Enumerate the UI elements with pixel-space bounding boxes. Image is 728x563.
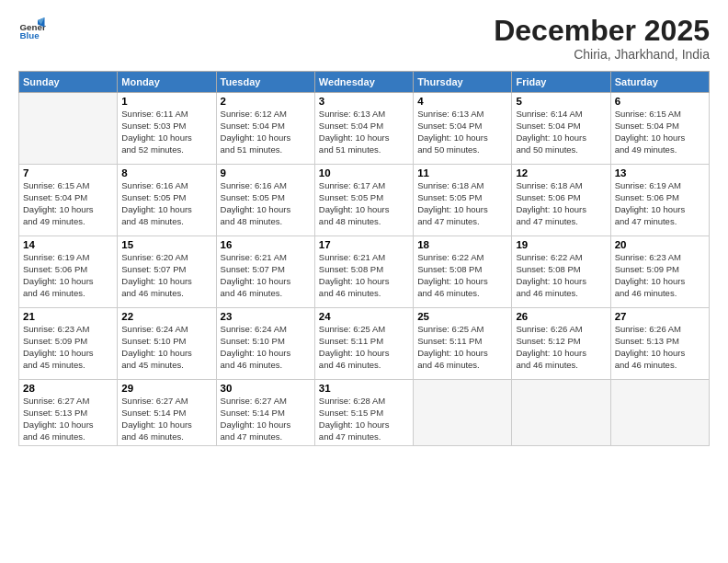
calendar-cell: 8Sunrise: 6:16 AM Sunset: 5:05 PM Daylig… [118,165,216,236]
calendar-cell: 10Sunrise: 6:17 AM Sunset: 5:05 PM Dayli… [314,165,413,236]
day-header-sunday: Sunday [19,72,118,93]
day-info: Sunrise: 6:19 AM Sunset: 5:06 PM Dayligh… [23,252,113,299]
calendar-table: SundayMondayTuesdayWednesdayThursdayFrid… [18,71,710,446]
day-info: Sunrise: 6:18 AM Sunset: 5:05 PM Dayligh… [417,180,507,227]
calendar-cell: 30Sunrise: 6:27 AM Sunset: 5:14 PM Dayli… [216,380,314,446]
day-number: 24 [319,311,409,322]
day-number: 16 [221,239,311,250]
day-info: Sunrise: 6:28 AM Sunset: 5:15 PM Dayligh… [319,396,409,442]
day-info: Sunrise: 6:24 AM Sunset: 5:10 PM Dayligh… [121,324,211,371]
day-info: Sunrise: 6:14 AM Sunset: 5:04 PM Dayligh… [516,109,606,155]
day-info: Sunrise: 6:27 AM Sunset: 5:14 PM Dayligh… [221,396,311,442]
day-number: 17 [319,239,409,250]
day-info: Sunrise: 6:17 AM Sunset: 5:05 PM Dayligh… [319,180,409,227]
calendar-cell: 16Sunrise: 6:21 AM Sunset: 5:07 PM Dayli… [216,236,314,308]
day-number: 5 [516,96,606,107]
calendar-cell: 18Sunrise: 6:22 AM Sunset: 5:08 PM Dayli… [414,236,512,308]
day-number: 29 [121,383,211,394]
calendar-cell: 11Sunrise: 6:18 AM Sunset: 5:05 PM Dayli… [414,165,512,236]
calendar-cell: 13Sunrise: 6:19 AM Sunset: 5:06 PM Dayli… [610,165,709,236]
week-row-3: 14Sunrise: 6:19 AM Sunset: 5:06 PM Dayli… [19,236,710,308]
day-number: 10 [319,167,409,178]
day-number: 1 [121,96,211,107]
week-row-2: 7Sunrise: 6:15 AM Sunset: 5:04 PM Daylig… [19,165,710,236]
day-info: Sunrise: 6:27 AM Sunset: 5:13 PM Dayligh… [23,396,113,442]
day-number: 18 [417,239,507,250]
day-number: 25 [417,311,507,322]
day-info: Sunrise: 6:21 AM Sunset: 5:08 PM Dayligh… [319,252,409,299]
calendar-cell [610,380,709,446]
calendar-cell [19,93,118,165]
calendar-cell [414,380,512,446]
day-number: 30 [221,383,311,394]
calendar-cell [512,380,610,446]
calendar-cell: 22Sunrise: 6:24 AM Sunset: 5:10 PM Dayli… [118,308,216,380]
day-number: 15 [121,239,211,250]
calendar-cell: 28Sunrise: 6:27 AM Sunset: 5:13 PM Dayli… [19,380,118,446]
calendar-cell: 26Sunrise: 6:26 AM Sunset: 5:12 PM Dayli… [512,308,610,380]
day-info: Sunrise: 6:27 AM Sunset: 5:14 PM Dayligh… [121,396,211,442]
calendar-cell: 29Sunrise: 6:27 AM Sunset: 5:14 PM Dayli… [118,380,216,446]
logo-icon: General Blue [18,15,46,42]
title-block: December 2025 Chiria, Jharkhand, India [494,15,710,62]
day-number: 11 [417,167,507,178]
calendar-cell: 15Sunrise: 6:20 AM Sunset: 5:07 PM Dayli… [118,236,216,308]
month-title: December 2025 [494,15,710,47]
day-header-wednesday: Wednesday [314,72,413,93]
calendar-cell: 2Sunrise: 6:12 AM Sunset: 5:04 PM Daylig… [216,93,314,165]
day-info: Sunrise: 6:15 AM Sunset: 5:04 PM Dayligh… [615,109,705,155]
calendar-cell: 20Sunrise: 6:23 AM Sunset: 5:09 PM Dayli… [610,236,709,308]
logo: General Blue [18,15,50,42]
calendar-cell: 6Sunrise: 6:15 AM Sunset: 5:04 PM Daylig… [610,93,709,165]
day-header-monday: Monday [118,72,216,93]
week-row-4: 21Sunrise: 6:23 AM Sunset: 5:09 PM Dayli… [19,308,710,380]
day-number: 9 [221,167,311,178]
day-info: Sunrise: 6:13 AM Sunset: 5:04 PM Dayligh… [417,109,507,155]
day-info: Sunrise: 6:22 AM Sunset: 5:08 PM Dayligh… [516,252,606,299]
calendar-cell: 23Sunrise: 6:24 AM Sunset: 5:10 PM Dayli… [216,308,314,380]
day-header-saturday: Saturday [610,72,709,93]
day-number: 4 [417,96,507,107]
calendar-cell: 4Sunrise: 6:13 AM Sunset: 5:04 PM Daylig… [414,93,512,165]
day-info: Sunrise: 6:11 AM Sunset: 5:03 PM Dayligh… [121,109,211,155]
day-info: Sunrise: 6:21 AM Sunset: 5:07 PM Dayligh… [221,252,311,299]
calendar-cell: 21Sunrise: 6:23 AM Sunset: 5:09 PM Dayli… [19,308,118,380]
day-header-friday: Friday [512,72,610,93]
calendar-cell: 12Sunrise: 6:18 AM Sunset: 5:06 PM Dayli… [512,165,610,236]
day-number: 2 [221,96,311,107]
day-info: Sunrise: 6:22 AM Sunset: 5:08 PM Dayligh… [417,252,507,299]
day-number: 21 [23,311,113,322]
day-info: Sunrise: 6:23 AM Sunset: 5:09 PM Dayligh… [23,324,113,371]
location-subtitle: Chiria, Jharkhand, India [494,47,710,62]
day-number: 20 [615,239,705,250]
calendar-cell: 24Sunrise: 6:25 AM Sunset: 5:11 PM Dayli… [314,308,413,380]
calendar-cell: 19Sunrise: 6:22 AM Sunset: 5:08 PM Dayli… [512,236,610,308]
day-info: Sunrise: 6:25 AM Sunset: 5:11 PM Dayligh… [319,324,409,371]
day-info: Sunrise: 6:23 AM Sunset: 5:09 PM Dayligh… [615,252,705,299]
day-info: Sunrise: 6:16 AM Sunset: 5:05 PM Dayligh… [221,180,311,227]
calendar-cell: 25Sunrise: 6:25 AM Sunset: 5:11 PM Dayli… [414,308,512,380]
calendar-cell: 27Sunrise: 6:26 AM Sunset: 5:13 PM Dayli… [610,308,709,380]
day-number: 22 [121,311,211,322]
day-info: Sunrise: 6:16 AM Sunset: 5:05 PM Dayligh… [121,180,211,227]
day-number: 31 [319,383,409,394]
day-number: 12 [516,167,606,178]
day-number: 27 [615,311,705,322]
calendar-cell: 9Sunrise: 6:16 AM Sunset: 5:05 PM Daylig… [216,165,314,236]
day-info: Sunrise: 6:13 AM Sunset: 5:04 PM Dayligh… [319,109,409,155]
calendar-cell: 7Sunrise: 6:15 AM Sunset: 5:04 PM Daylig… [19,165,118,236]
day-number: 23 [221,311,311,322]
day-info: Sunrise: 6:12 AM Sunset: 5:04 PM Dayligh… [221,109,311,155]
calendar-cell: 31Sunrise: 6:28 AM Sunset: 5:15 PM Dayli… [314,380,413,446]
week-row-5: 28Sunrise: 6:27 AM Sunset: 5:13 PM Dayli… [19,380,710,446]
calendar-cell: 3Sunrise: 6:13 AM Sunset: 5:04 PM Daylig… [314,93,413,165]
day-number: 3 [319,96,409,107]
day-number: 14 [23,239,113,250]
day-header-tuesday: Tuesday [216,72,314,93]
day-info: Sunrise: 6:24 AM Sunset: 5:10 PM Dayligh… [221,324,311,371]
day-number: 28 [23,383,113,394]
day-info: Sunrise: 6:25 AM Sunset: 5:11 PM Dayligh… [417,324,507,371]
days-header-row: SundayMondayTuesdayWednesdayThursdayFrid… [19,72,710,93]
svg-text:Blue: Blue [20,30,40,40]
calendar-cell: 5Sunrise: 6:14 AM Sunset: 5:04 PM Daylig… [512,93,610,165]
